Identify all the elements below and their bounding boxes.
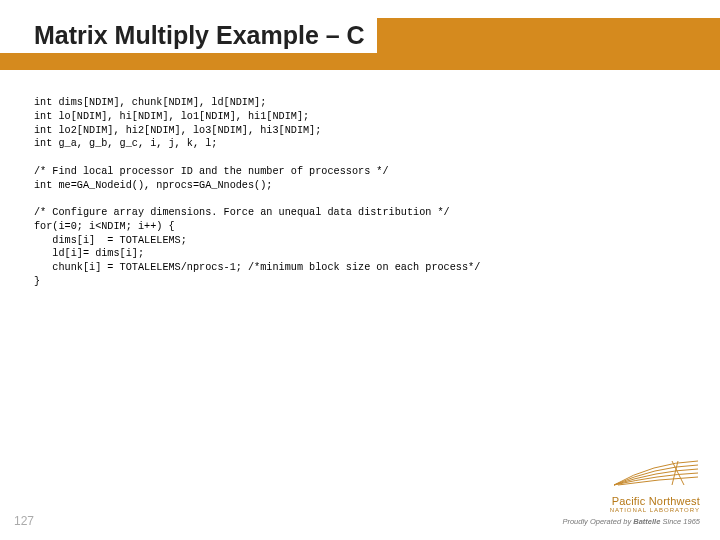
lab-subtitle: NATIONAL LABORATORY xyxy=(530,507,700,513)
code-line: for(i=0; i<NDIM; i++) { xyxy=(34,221,175,232)
code-line: int g_a, g_b, g_c, i, j, k, l; xyxy=(34,138,217,149)
title-wrap: Matrix Multiply Example – C xyxy=(0,18,377,53)
code-line: ld[i]= dims[i]; xyxy=(34,248,144,259)
tagline: Proudly Operated by Battelle Since 1965 xyxy=(530,517,700,526)
code-line: int me=GA_Nodeid(), nprocs=GA_Nnodes(); xyxy=(34,180,272,191)
slide-title: Matrix Multiply Example – C xyxy=(34,21,365,49)
code-line: int lo2[NDIM], hi2[NDIM], lo3[NDIM], hi3… xyxy=(34,125,321,136)
code-line: /* Find local processor ID and the numbe… xyxy=(34,166,389,177)
code-line: } xyxy=(34,276,40,287)
title-bar-inner: Matrix Multiply Example – C xyxy=(0,18,720,70)
title-bar: Matrix Multiply Example – C xyxy=(0,18,720,70)
code-line: int lo[NDIM], hi[NDIM], lo1[NDIM], hi1[N… xyxy=(34,111,309,122)
lab-name: Pacific Northwest xyxy=(530,495,700,507)
tagline-brand: Battelle xyxy=(633,517,660,526)
tagline-prefix: Proudly Operated by xyxy=(562,517,633,526)
page-number: 127 xyxy=(14,514,34,528)
code-line: int dims[NDIM], chunk[NDIM], ld[NDIM]; xyxy=(34,97,266,108)
code-block: int dims[NDIM], chunk[NDIM], ld[NDIM]; i… xyxy=(34,96,686,289)
footer-logo-block: Pacific Northwest NATIONAL LABORATORY Pr… xyxy=(530,459,700,526)
pnnl-swoosh-icon xyxy=(612,459,700,489)
tagline-suffix: Since 1965 xyxy=(660,517,700,526)
code-line: chunk[i] = TOTALELEMS/nprocs-1; /*minimu… xyxy=(34,262,480,273)
code-line: dims[i] = TOTALELEMS; xyxy=(34,235,187,246)
code-line: /* Configure array dimensions. Force an … xyxy=(34,207,450,218)
slide: Matrix Multiply Example – C int dims[NDI… xyxy=(0,0,720,540)
